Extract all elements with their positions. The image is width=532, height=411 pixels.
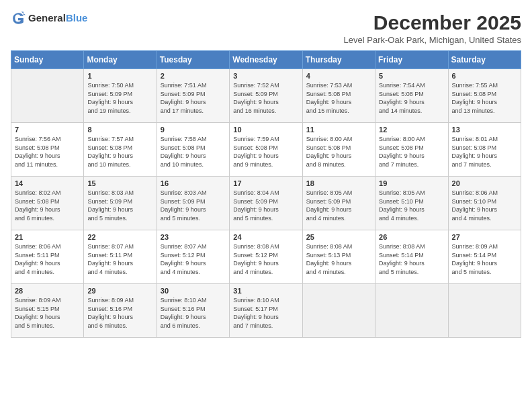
day-number: 3 [233,72,298,80]
cell-content: Sunrise: 7:51 AM Sunset: 5:09 PM Dayligh… [161,81,226,115]
header-cell-tuesday: Tuesday [157,51,229,69]
calendar-cell: 24Sunrise: 8:08 AM Sunset: 5:12 PM Dayli… [230,230,302,284]
day-number: 29 [87,287,152,295]
day-number: 12 [379,126,444,134]
cell-content: Sunrise: 7:55 AM Sunset: 5:08 PM Dayligh… [452,81,517,115]
day-number: 16 [161,179,226,187]
cell-content: Sunrise: 8:03 AM Sunset: 5:09 PM Dayligh… [87,189,152,222]
cell-content: Sunrise: 8:06 AM Sunset: 5:10 PM Dayligh… [452,189,517,222]
calendar-cell: 18Sunrise: 8:05 AM Sunset: 5:09 PM Dayli… [302,177,375,230]
calendar-cell: 20Sunrise: 8:06 AM Sunset: 5:10 PM Dayli… [448,177,521,230]
calendar-cell: 28Sunrise: 8:09 AM Sunset: 5:15 PM Dayli… [11,284,84,338]
calendar-cell: 7Sunrise: 7:56 AM Sunset: 5:08 PM Daylig… [11,123,84,177]
calendar-cell: 11Sunrise: 8:00 AM Sunset: 5:08 PM Dayli… [302,123,375,177]
cell-content: Sunrise: 8:03 AM Sunset: 5:09 PM Dayligh… [161,189,226,222]
calendar-cell: 19Sunrise: 8:05 AM Sunset: 5:10 PM Dayli… [375,177,448,230]
calendar-cell: 31Sunrise: 8:10 AM Sunset: 5:17 PM Dayli… [230,284,302,338]
day-number: 20 [452,179,517,187]
cell-content: Sunrise: 8:00 AM Sunset: 5:08 PM Dayligh… [379,135,444,169]
cell-content: Sunrise: 8:10 AM Sunset: 5:17 PM Dayligh… [233,296,298,330]
header: GeneralBlue December 2025 Level Park-Oak… [11,11,521,45]
header-cell-friday: Friday [375,51,448,69]
cell-content: Sunrise: 8:09 AM Sunset: 5:15 PM Dayligh… [15,296,80,330]
day-number: 13 [452,126,517,134]
cell-content: Sunrise: 8:08 AM Sunset: 5:14 PM Dayligh… [379,242,444,276]
calendar-week-row: 28Sunrise: 8:09 AM Sunset: 5:15 PM Dayli… [11,284,521,338]
header-cell-thursday: Thursday [302,51,375,69]
header-cell-wednesday: Wednesday [230,51,302,69]
title-area: December 2025 Level Park-Oak Park, Michi… [344,11,521,45]
header-cell-monday: Monday [84,51,157,69]
day-number: 5 [379,72,444,80]
header-cell-saturday: Saturday [448,51,521,69]
cell-content: Sunrise: 7:53 AM Sunset: 5:08 PM Dayligh… [306,81,371,115]
cell-content: Sunrise: 8:07 AM Sunset: 5:11 PM Dayligh… [87,242,152,276]
cell-content: Sunrise: 8:04 AM Sunset: 5:09 PM Dayligh… [233,189,298,222]
cell-content: Sunrise: 7:56 AM Sunset: 5:08 PM Dayligh… [15,135,80,169]
header-cell-sunday: Sunday [11,51,84,69]
calendar-cell: 17Sunrise: 8:04 AM Sunset: 5:09 PM Dayli… [230,177,302,230]
day-number: 14 [15,179,80,187]
calendar-cell: 29Sunrise: 8:09 AM Sunset: 5:16 PM Dayli… [84,284,157,338]
cell-content: Sunrise: 7:58 AM Sunset: 5:08 PM Dayligh… [161,135,226,169]
cell-content: Sunrise: 8:08 AM Sunset: 5:13 PM Dayligh… [306,242,371,276]
calendar-cell [11,69,84,123]
location-subtitle: Level Park-Oak Park, Michigan, United St… [344,35,521,45]
day-number: 1 [87,72,152,80]
cell-content: Sunrise: 8:05 AM Sunset: 5:10 PM Dayligh… [379,189,444,222]
cell-content: Sunrise: 8:08 AM Sunset: 5:12 PM Dayligh… [233,242,298,276]
day-number: 4 [306,72,371,80]
calendar-cell: 30Sunrise: 8:10 AM Sunset: 5:16 PM Dayli… [157,284,229,338]
day-number: 9 [161,126,226,134]
day-number: 19 [379,179,444,187]
day-number: 8 [87,126,152,134]
calendar-cell: 8Sunrise: 7:57 AM Sunset: 5:08 PM Daylig… [84,123,157,177]
day-number: 10 [233,126,298,134]
cell-content: Sunrise: 8:10 AM Sunset: 5:16 PM Dayligh… [161,296,226,330]
cell-content: Sunrise: 7:59 AM Sunset: 5:08 PM Dayligh… [233,135,298,169]
cell-content: Sunrise: 8:07 AM Sunset: 5:12 PM Dayligh… [161,242,226,276]
cell-content: Sunrise: 8:05 AM Sunset: 5:09 PM Dayligh… [306,189,371,222]
calendar-cell: 12Sunrise: 8:00 AM Sunset: 5:08 PM Dayli… [375,123,448,177]
month-title: December 2025 [344,11,521,35]
calendar-week-row: 21Sunrise: 8:06 AM Sunset: 5:11 PM Dayli… [11,230,521,284]
calendar-cell: 25Sunrise: 8:08 AM Sunset: 5:13 PM Dayli… [302,230,375,284]
calendar-cell: 21Sunrise: 8:06 AM Sunset: 5:11 PM Dayli… [11,230,84,284]
logo: GeneralBlue [11,11,87,26]
day-number: 11 [306,126,371,134]
calendar-cell: 23Sunrise: 8:07 AM Sunset: 5:12 PM Dayli… [157,230,229,284]
cell-content: Sunrise: 7:52 AM Sunset: 5:09 PM Dayligh… [233,81,298,115]
calendar-week-row: 1Sunrise: 7:50 AM Sunset: 5:09 PM Daylig… [11,69,521,123]
calendar-cell: 5Sunrise: 7:54 AM Sunset: 5:08 PM Daylig… [375,69,448,123]
calendar-cell: 1Sunrise: 7:50 AM Sunset: 5:09 PM Daylig… [84,69,157,123]
calendar-cell: 13Sunrise: 8:01 AM Sunset: 5:08 PM Dayli… [448,123,521,177]
calendar-cell: 2Sunrise: 7:51 AM Sunset: 5:09 PM Daylig… [157,69,229,123]
calendar-cell [448,284,521,338]
calendar-cell: 3Sunrise: 7:52 AM Sunset: 5:09 PM Daylig… [230,69,302,123]
calendar-week-row: 14Sunrise: 8:02 AM Sunset: 5:08 PM Dayli… [11,177,521,230]
day-number: 6 [452,72,517,80]
cell-content: Sunrise: 8:02 AM Sunset: 5:08 PM Dayligh… [15,189,80,222]
calendar-cell: 4Sunrise: 7:53 AM Sunset: 5:08 PM Daylig… [302,69,375,123]
day-number: 18 [306,179,371,187]
cell-content: Sunrise: 8:06 AM Sunset: 5:11 PM Dayligh… [15,242,80,276]
day-number: 26 [379,233,444,241]
day-number: 30 [161,287,226,295]
cell-content: Sunrise: 8:01 AM Sunset: 5:08 PM Dayligh… [452,135,517,169]
day-number: 28 [15,287,80,295]
calendar-cell [302,284,375,338]
cell-content: Sunrise: 8:09 AM Sunset: 5:14 PM Dayligh… [452,242,517,276]
calendar-cell: 27Sunrise: 8:09 AM Sunset: 5:14 PM Dayli… [448,230,521,284]
calendar-cell: 14Sunrise: 8:02 AM Sunset: 5:08 PM Dayli… [11,177,84,230]
day-number: 31 [233,287,298,295]
day-number: 17 [233,179,298,187]
calendar-cell: 9Sunrise: 7:58 AM Sunset: 5:08 PM Daylig… [157,123,229,177]
day-number: 21 [15,233,80,241]
cell-content: Sunrise: 8:09 AM Sunset: 5:16 PM Dayligh… [87,296,152,330]
calendar-table: SundayMondayTuesdayWednesdayThursdayFrid… [11,50,521,338]
day-number: 27 [452,233,517,241]
calendar-cell: 26Sunrise: 8:08 AM Sunset: 5:14 PM Dayli… [375,230,448,284]
cell-content: Sunrise: 8:00 AM Sunset: 5:08 PM Dayligh… [306,135,371,169]
calendar-cell: 16Sunrise: 8:03 AM Sunset: 5:09 PM Dayli… [157,177,229,230]
logo-icon [11,11,26,26]
